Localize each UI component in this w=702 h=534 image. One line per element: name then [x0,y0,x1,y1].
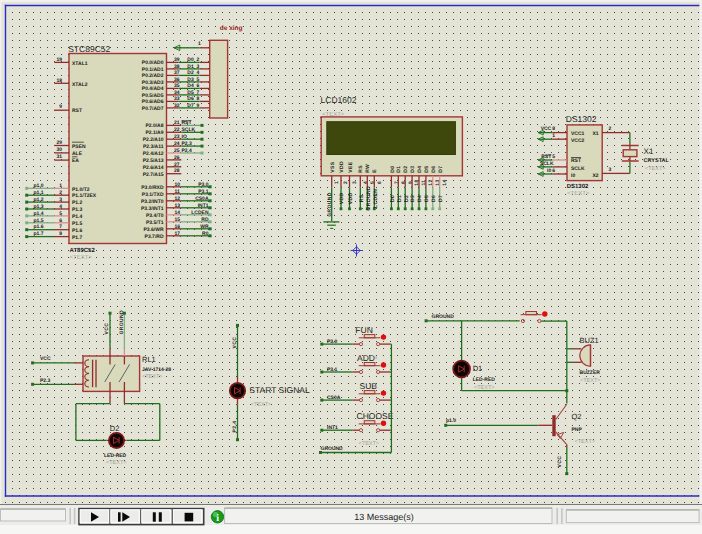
svg-text:26: 26 [174,155,180,161]
svg-text:14: 14 [442,179,448,185]
svg-text:P0.3/AD3: P0.3/AD3 [142,80,164,86]
svg-text:15: 15 [175,217,181,223]
svg-text:D4: D4 [187,83,194,89]
svg-text:1: 1 [198,41,201,47]
svg-text:3: 3 [352,181,358,184]
svg-text:P0.5/AD5: P0.5/AD5 [142,93,164,99]
svg-text:INT1: INT1 [198,203,209,209]
svg-text:p1.4: p1.4 [34,211,44,217]
svg-text:8: 8 [552,126,555,132]
svg-text:P2.4: P2.4 [182,148,193,154]
svg-text:P2.7/A15: P2.7/A15 [143,172,164,178]
svg-text:35: 35 [174,83,180,89]
svg-text:D3: D3 [187,77,194,83]
svg-text:7: 7 [59,224,62,230]
svg-text:D6: D6 [431,195,437,202]
svg-text:D1: D1 [187,64,194,70]
svg-text:P3.0: P3.0 [327,339,338,345]
svg-text:P3.1: P3.1 [327,367,338,373]
svg-text:19: 19 [56,57,62,63]
svg-text:<TEXT>: <TEXT> [474,385,494,391]
svg-text:VDD: VDD [339,192,345,204]
svg-text:P2.1/A9: P2.1/A9 [145,130,163,136]
svg-text:<TEXT>: <TEXT> [142,374,162,380]
svg-text:P2.2/A10: P2.2/A10 [143,137,164,143]
svg-text:2: 2 [196,57,199,63]
svg-text:38: 38 [174,64,180,70]
svg-text:GROUND: GROUND [321,446,344,452]
svg-text:P2.4: P2.4 [232,421,238,433]
svg-text:P1.3: P1.3 [72,207,83,213]
svg-text:1: 1 [59,183,62,189]
svg-text:D5: D5 [424,166,430,173]
svg-text:21: 21 [174,120,180,126]
svg-text:RW: RW [366,164,372,173]
svg-text:P2.6/A14: P2.6/A14 [143,165,164,171]
svg-text:P0.4/AD4: P0.4/AD4 [142,86,164,92]
svg-text:36: 36 [174,77,180,83]
svg-text:D2: D2 [403,166,409,173]
svg-text:p1.0: p1.0 [34,183,44,189]
svg-text:5: 5 [59,211,62,217]
svg-text:IO: IO [182,134,187,140]
svg-text:13 Message(s): 13 Message(s) [354,512,414,522]
svg-text:VEE: VEE [348,161,354,172]
svg-text:p1.0: p1.0 [446,418,456,424]
svg-text:RST: RST [541,154,551,160]
svg-text:17: 17 [175,231,181,237]
svg-text:25: 25 [174,148,180,154]
svg-text:P3.0/RXD: P3.0/RXD [141,185,164,191]
svg-text:p1.2: p1.2 [34,197,44,203]
svg-text:CRYSTAL: CRYSTAL [644,158,670,164]
svg-text:VCC: VCC [104,323,110,335]
svg-text:<TEXT>: <TEXT> [567,190,590,197]
svg-text:24: 24 [174,141,180,147]
svg-text:D2: D2 [404,195,410,202]
svg-text:<TEXT>: <TEXT> [575,439,595,445]
svg-text:5: 5 [552,154,555,160]
svg-text:FUN: FUN [355,325,372,335]
svg-text:START SIGNAL: START SIGNAL [249,385,310,395]
svg-text:P3.7/RD: P3.7/RD [145,234,164,240]
svg-text:RST: RST [571,158,581,164]
svg-text:P0.0/AD0: P0.0/AD0 [142,60,164,66]
svg-text:SCLK: SCLK [571,166,585,172]
svg-text:6: 6 [196,83,199,89]
svg-text:SCLK: SCLK [540,161,554,167]
svg-text:18: 18 [56,78,62,84]
svg-text:LCD1602: LCD1602 [321,95,357,105]
svg-text:2: 2 [608,126,611,132]
svg-text:VCC1: VCC1 [571,131,585,137]
svg-text:13: 13 [175,203,181,209]
svg-text:6: 6 [552,168,555,174]
svg-text:30: 30 [56,147,62,153]
svg-text:CS0A: CS0A [195,196,209,202]
svg-text:D3: D3 [411,195,417,202]
svg-text:D7: D7 [438,195,444,202]
svg-text:VCC: VCC [232,337,238,349]
svg-text:X2: X2 [592,173,598,179]
svg-text:VCC: VCC [557,456,563,468]
svg-text:SCLK: SCLK [182,127,196,133]
svg-text:LED-RED: LED-RED [473,377,496,383]
svg-text:PSEN: PSEN [72,144,86,150]
svg-text:P3.3/INT1: P3.3/INT1 [141,206,164,212]
svg-text:9: 9 [196,103,199,109]
svg-text:28: 28 [174,168,180,174]
svg-text:39: 39 [174,57,180,63]
svg-text:29: 29 [56,140,62,146]
svg-text:3: 3 [59,197,62,203]
svg-text:D6: D6 [431,166,437,173]
svg-text:VCC: VCC [541,126,552,132]
svg-text:X1: X1 [592,131,598,137]
svg-text:EA: EA [72,158,79,164]
svg-text:CS0A: CS0A [327,395,341,401]
svg-text:VCC: VCC [40,356,51,362]
svg-text:P3.1/TXD: P3.1/TXD [142,192,164,198]
svg-text:22: 22 [174,127,180,133]
svg-text:8: 8 [59,231,62,237]
svg-text:STC89C52: STC89C52 [68,44,110,54]
svg-text:de xing: de xing [220,25,243,32]
svg-text:P2.0/A8: P2.0/A8 [145,123,163,129]
svg-text:9: 9 [59,104,62,110]
